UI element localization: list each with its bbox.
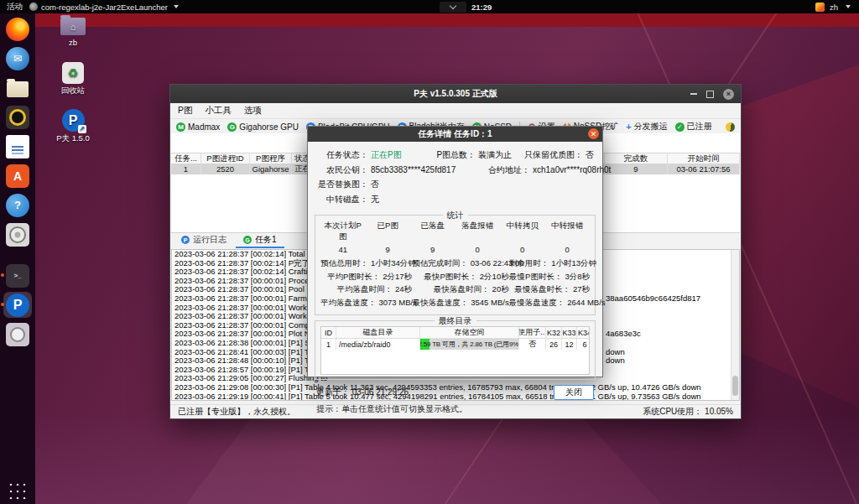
gigahorse-gpu-icon: G — [227, 122, 237, 132]
toolbar-label: Gigahorse GPU — [239, 122, 299, 132]
info-pair: 农民公钥：85cb3383****425fd817 — [316, 164, 488, 176]
menu-item-2[interactable]: 选项 — [244, 105, 262, 117]
stat-value: 1小时34分钟 — [371, 258, 416, 269]
desktop-icon-trash[interactable]: ♻ 回收站 — [47, 62, 99, 96]
log-line-fragment: 38aa60546b9c66425fd817 — [606, 294, 700, 304]
desktop-icon-label: zb — [47, 38, 99, 47]
toolbar-registered[interactable]: ✓已注册 — [675, 121, 712, 132]
close-button[interactable]: × — [723, 89, 734, 100]
stat-counter-value: 9 — [410, 245, 456, 254]
menu-item-1[interactable]: 小工具 — [206, 105, 232, 117]
dock-item-firefox[interactable] — [3, 16, 32, 42]
log-scrollbar[interactable] — [731, 250, 739, 400]
dock-item-writer[interactable] — [3, 133, 32, 159]
show-applications-button[interactable] — [8, 482, 27, 501]
app-icon — [29, 3, 38, 11]
stat-label: 最快落盘速度： — [412, 298, 468, 309]
stat-label: 平均落盘速度： — [320, 298, 377, 309]
dock-item-terminal[interactable] — [3, 262, 32, 288]
info-pair: 只保留优质图：否 — [524, 149, 594, 161]
info-value: 正在P图 — [371, 149, 402, 161]
toolbar-gigahorse-gpu[interactable]: GGigahorse GPU — [227, 122, 299, 132]
dialog-hint: 提示：单击任意统计值可切换显示格式。 — [308, 400, 602, 415]
tab-任务1[interactable]: G任务1 — [236, 233, 284, 248]
dock-item-thunderbird[interactable] — [3, 45, 32, 71]
menu-item-0[interactable]: P图 — [178, 105, 193, 117]
app-menu[interactable]: com-regexlab-j2e-Jar2ExeLauncher — [29, 3, 179, 12]
dialog-titlebar[interactable]: 任务详情 任务ID：1 ✕ — [308, 127, 602, 142]
license-status: 已注册【专业版】，永久授权。 — [178, 406, 295, 418]
indicator-icon[interactable] — [815, 3, 825, 12]
wallpaper-gradient — [35, 412, 859, 504]
dir-header-cell: K32 — [546, 327, 562, 338]
dock-item-files[interactable] — [3, 75, 32, 101]
desktop-icon-pfu-shortcut[interactable]: P↗ P夫 1.5.0 — [47, 109, 99, 144]
desktop-icon-home-folder[interactable]: ⌂ zb — [47, 18, 99, 47]
table-cell: Gigahorse — [250, 164, 292, 174]
info-label: 任务状态： — [316, 149, 368, 161]
wallpaper-band — [35, 13, 859, 27]
clock[interactable]: 21:29 — [471, 3, 492, 12]
dir-header-cell: ID — [321, 327, 336, 338]
terminal-icon — [6, 264, 29, 288]
dialog-close-icon[interactable]: ✕ — [588, 128, 599, 139]
table-header-cell: 完成数 — [605, 153, 668, 164]
toolbar-madmax[interactable]: MMadmax — [176, 122, 220, 132]
dir-cell-path: /media/zb/raid0 — [336, 339, 420, 350]
dir-header-cell: 使用子... — [519, 327, 546, 338]
stat-value: 2分10秒 — [480, 272, 509, 283]
dock-item-disks[interactable] — [3, 221, 32, 247]
final-dir-table: ID磁盘目录存储空间使用子...K32K33K34 1/media/zb/rai… — [320, 326, 590, 375]
tab-运行日志[interactable]: P运行日志 — [174, 233, 234, 248]
info-value: 无 — [371, 194, 379, 205]
dock — [0, 13, 35, 504]
info-pair: 任务状态：正在P图 — [316, 149, 436, 161]
stat-row: 预估总用时：1小时34分钟预估完成时间：03-06 22:43:00剩余用时：1… — [320, 258, 590, 269]
activities-button[interactable]: 活动 — [7, 2, 23, 13]
top-bar: 活动 com-regexlab-j2e-Jar2ExeLauncher 21:2… — [0, 0, 859, 13]
stats-groupbox: 统计 本次计划P图已P图已落盘落盘报错中转拷贝中转报错4199000 预估总用时… — [315, 215, 596, 315]
stats-counters[interactable]: 本次计划P图已P图已落盘落盘报错中转拷贝中转报错4199000 — [320, 221, 590, 254]
tab-label: 运行日志 — [193, 234, 226, 246]
stat-counter-label: 本次计划P图 — [320, 221, 366, 242]
table-header-cell: P图进程ID — [201, 153, 250, 164]
stat-pair: 最慢落盘速度：2644 MB/s — [509, 298, 590, 309]
dock-item-pfu[interactable] — [3, 292, 32, 318]
storage-text: 2.59 TB 可用，共 2.86 TB (已用9%) — [420, 340, 519, 349]
window-titlebar[interactable]: P夫 v1.5.0.305 正式版 × — [170, 85, 741, 103]
stat-value: 20秒 — [492, 284, 509, 295]
stat-value: 1小时13分钟 — [551, 258, 596, 269]
table-cell: 03-06 21:07:56 — [668, 164, 740, 174]
theme-toggle-icon[interactable] — [726, 122, 735, 132]
help-icon — [6, 194, 29, 217]
toolbar-distribute-move[interactable]: +分发搬运 — [626, 121, 667, 132]
scrollbar-thumb[interactable] — [732, 376, 738, 396]
dock-item-help[interactable] — [3, 192, 32, 218]
chevron-down-icon — [846, 5, 851, 8]
desktop-icon-label: 回收站 — [47, 86, 99, 96]
dock-item-rhythmbox[interactable] — [3, 104, 32, 130]
info-pair: 合约地址：xch1a0vr****rq08rh0t — [488, 164, 579, 176]
info-value: 85cb3383****425fd817 — [371, 165, 456, 174]
maximize-button[interactable] — [706, 91, 714, 98]
stats-rows[interactable]: 预估总用时：1小时34分钟预估完成时间：03-06 22:43:00剩余用时：1… — [320, 258, 590, 309]
stat-value: 2分17秒 — [383, 272, 412, 283]
log-tabs: P运行日志G任务1 — [174, 233, 284, 248]
dir-table-row[interactable]: 1/media/zb/raid02.59 TB 可用，共 2.86 TB (已用… — [321, 339, 589, 350]
language-indicator[interactable]: zh — [830, 3, 838, 12]
dock-item-software[interactable] — [3, 163, 32, 189]
log-line-fragment: 4a683e3c — [606, 330, 641, 339]
stat-value: 3分8秒 — [565, 272, 590, 283]
task-info: 任务状态：正在P图P图总数：装满为止只保留优质图：否农民公钥：85cb3383*… — [308, 142, 602, 210]
dialog-close-button[interactable]: 关闭 — [554, 385, 594, 400]
minimize-button[interactable] — [690, 93, 697, 95]
dir-table-header: ID磁盘目录存储空间使用子...K32K33K34 — [321, 327, 589, 339]
notification-chevron[interactable] — [440, 2, 466, 13]
updated-label: 更新于： — [316, 387, 350, 397]
dock-item-image-tool[interactable] — [3, 321, 32, 347]
stat-label: 最慢P图时长： — [509, 272, 563, 283]
image-tool-icon — [6, 323, 29, 346]
running-indicator — [1, 273, 4, 277]
stat-label: 预估总用时： — [320, 258, 368, 269]
info-row: 农民公钥：85cb3383****425fd817合约地址：xch1a0vr**… — [316, 164, 594, 176]
